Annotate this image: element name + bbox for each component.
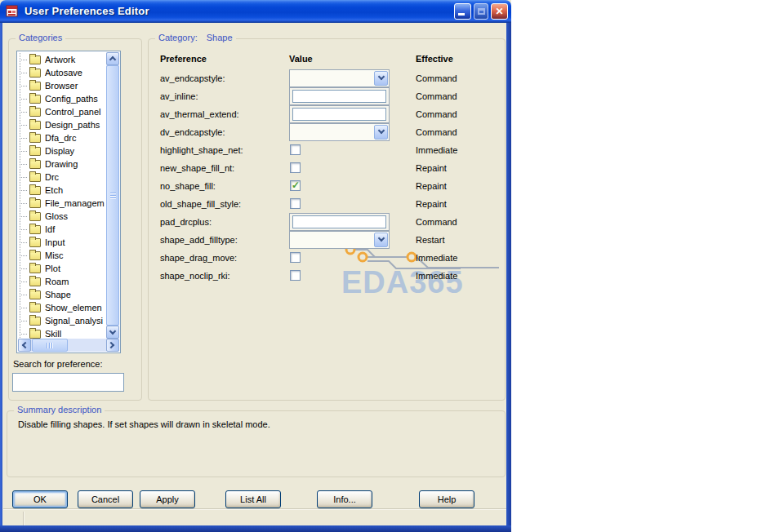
effective-value: Command bbox=[416, 105, 457, 123]
tree-connector bbox=[20, 268, 27, 269]
tree-item-label: Display bbox=[45, 146, 74, 156]
column-header-effective: Effective bbox=[416, 54, 453, 64]
folder-icon bbox=[29, 108, 41, 117]
dropdown-arrow-icon[interactable] bbox=[374, 233, 388, 247]
tree-item-gloss[interactable]: Gloss bbox=[17, 210, 106, 223]
folder-icon bbox=[29, 317, 41, 326]
preference-name: shape_noclip_rki: bbox=[160, 267, 230, 285]
tree-connector bbox=[20, 255, 27, 256]
scroll-down-icon[interactable] bbox=[106, 326, 119, 339]
tree-item-label: Shape bbox=[45, 290, 71, 299]
folder-icon bbox=[29, 82, 41, 91]
tree-item-autosave[interactable]: Autosave bbox=[17, 66, 106, 79]
value-checkbox[interactable] bbox=[290, 144, 301, 155]
folder-icon bbox=[29, 199, 41, 208]
value-checkbox[interactable] bbox=[290, 162, 301, 173]
tree-connector bbox=[20, 282, 27, 282]
list-all-button[interactable]: List All bbox=[225, 490, 281, 508]
tree-item-dfa_drc[interactable]: Dfa_drc bbox=[17, 131, 106, 144]
value-combobox[interactable] bbox=[289, 231, 390, 249]
tree-item-browser[interactable]: Browser bbox=[17, 79, 106, 92]
maximize-icon bbox=[478, 8, 485, 15]
effective-value: Repaint bbox=[416, 159, 447, 177]
tree-item-label: Drc bbox=[45, 172, 59, 182]
tree-item-drc[interactable]: Drc bbox=[17, 171, 106, 184]
apply-button[interactable]: Apply bbox=[140, 490, 195, 508]
dropdown-arrow-icon[interactable] bbox=[374, 125, 388, 140]
value-input[interactable] bbox=[292, 108, 386, 121]
dropdown-arrow-icon[interactable] bbox=[374, 71, 388, 86]
value-checkbox[interactable] bbox=[290, 180, 301, 191]
tree-item-label: Misc bbox=[45, 250, 64, 260]
tree-item-show_elemen[interactable]: Show_elemen bbox=[17, 301, 106, 314]
help-button[interactable]: Help bbox=[419, 490, 474, 508]
tree-connector bbox=[20, 138, 27, 139]
shape-preferences-groupbox: Category: Shape EDA365 Preference Value … bbox=[148, 38, 506, 401]
tree-item-etch[interactable]: Etch bbox=[17, 184, 106, 197]
minimize-button[interactable] bbox=[454, 3, 471, 20]
window-border-left bbox=[0, 23, 2, 526]
horizontal-scroll-thumb[interactable] bbox=[32, 339, 68, 352]
tree-connector bbox=[20, 190, 27, 191]
cancel-button[interactable]: Cancel bbox=[78, 490, 133, 508]
folder-icon bbox=[29, 95, 41, 104]
value-checkbox[interactable] bbox=[290, 270, 301, 281]
value-input-frame bbox=[289, 213, 390, 231]
tree-item-shape[interactable]: Shape bbox=[17, 288, 106, 301]
tree-item-display[interactable]: Display bbox=[17, 144, 106, 157]
folder-icon bbox=[29, 173, 41, 182]
window-border-bottom bbox=[0, 525, 511, 532]
tree-item-control_panel[interactable]: Control_panel bbox=[17, 105, 106, 118]
pref-row-old_shape_fill_style: old_shape_fill_style:Repaint bbox=[149, 195, 505, 213]
effective-value: Command bbox=[416, 123, 457, 141]
tree-item-label: Plot bbox=[45, 264, 60, 273]
bottom-groove-highlight bbox=[3, 509, 506, 510]
tree-item-artwork[interactable]: Artwork bbox=[17, 53, 106, 66]
tree-item-skill[interactable]: Skill bbox=[17, 327, 106, 339]
tree-item-signal_analysi[interactable]: Signal_analysi bbox=[17, 314, 106, 327]
pref-row-av_inline: av_inline:Command bbox=[149, 87, 505, 105]
tree-item-roam[interactable]: Roam bbox=[17, 275, 106, 288]
tree-item-config_paths[interactable]: Config_paths bbox=[17, 92, 106, 105]
search-input[interactable] bbox=[12, 373, 124, 392]
tree-item-idf[interactable]: Idf bbox=[17, 223, 106, 236]
tree-item-label: Control_panel bbox=[45, 107, 101, 117]
tree-connector bbox=[20, 334, 27, 335]
titlebar[interactable]: User Preferences Editor ✕ bbox=[0, 0, 511, 23]
vertical-scroll-thumb[interactable] bbox=[106, 65, 119, 326]
tree-item-misc[interactable]: Misc bbox=[17, 249, 106, 262]
tree-item-input[interactable]: Input bbox=[17, 236, 106, 249]
value-combobox[interactable] bbox=[289, 123, 390, 141]
close-button[interactable]: ✕ bbox=[491, 3, 508, 20]
tree-item-plot[interactable]: Plot bbox=[17, 262, 106, 275]
preference-name: pad_drcplus: bbox=[160, 213, 212, 231]
tree-vertical-scrollbar[interactable] bbox=[106, 52, 119, 339]
tree-connector bbox=[20, 242, 27, 243]
pref-row-shape_noclip_rki: shape_noclip_rki:Immediate bbox=[149, 267, 505, 285]
ok-button[interactable]: OK bbox=[12, 490, 68, 508]
effective-value: Restart bbox=[416, 231, 444, 249]
folder-icon bbox=[29, 121, 41, 130]
statusbar-divider-highlight bbox=[24, 512, 24, 525]
value-checkbox[interactable] bbox=[290, 252, 301, 263]
preference-name: highlight_shape_net: bbox=[160, 141, 243, 159]
info-button[interactable]: Info... bbox=[317, 490, 372, 508]
value-input[interactable] bbox=[292, 90, 386, 103]
tree-connector bbox=[20, 321, 27, 321]
value-input[interactable] bbox=[292, 215, 386, 228]
tree-item-label: Artwork bbox=[45, 55, 75, 64]
scroll-right-icon[interactable] bbox=[106, 339, 119, 352]
tree-item-file_managem[interactable]: File_managem bbox=[17, 197, 106, 210]
scroll-up-icon[interactable] bbox=[106, 52, 119, 65]
folder-icon bbox=[29, 212, 41, 221]
tree-connector bbox=[20, 60, 27, 60]
value-checkbox[interactable] bbox=[290, 198, 301, 209]
value-combobox[interactable] bbox=[289, 69, 390, 87]
tree-item-drawing[interactable]: Drawing bbox=[17, 157, 106, 171]
tree-item-label: Show_elemen bbox=[45, 303, 102, 313]
column-header-preference: Preference bbox=[160, 54, 207, 64]
tree-horizontal-scrollbar[interactable] bbox=[18, 339, 119, 352]
scroll-left-icon[interactable] bbox=[18, 339, 31, 352]
folder-icon bbox=[29, 330, 41, 339]
tree-item-design_paths[interactable]: Design_paths bbox=[17, 118, 106, 131]
